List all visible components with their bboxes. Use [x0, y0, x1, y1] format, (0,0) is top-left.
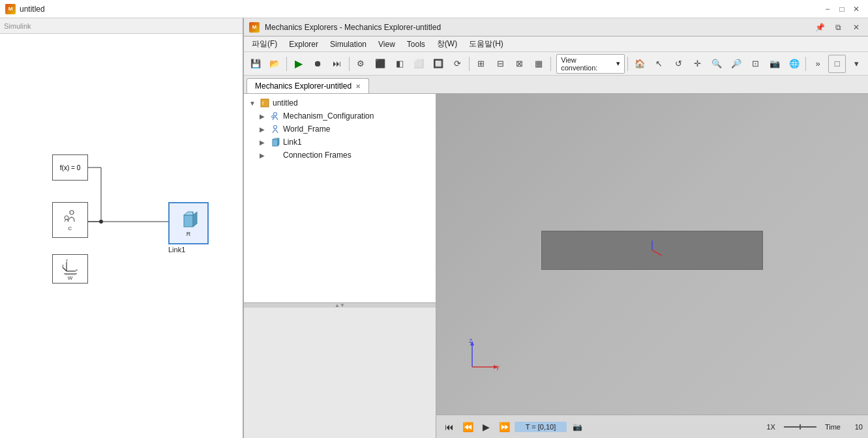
world-frame-block[interactable]: x z y W — [52, 254, 88, 284]
grid1-button[interactable]: ⊞ — [472, 55, 490, 73]
grid4-button[interactable]: ▦ — [530, 55, 548, 73]
save-as-button[interactable]: 📂 — [266, 55, 284, 73]
tree-item-connection-frames[interactable]: ▶ Connection Frames — [244, 149, 436, 162]
config-button[interactable]: ⚙ — [352, 55, 370, 73]
3d-object — [541, 231, 763, 270]
tree-expand-connection-frames[interactable]: ▶ — [260, 152, 267, 159]
svg-point-23 — [274, 126, 277, 129]
zoom-in-button[interactable]: 🔍 — [708, 55, 726, 73]
mech-close-btn[interactable]: ✕ — [850, 21, 863, 34]
menu-tools[interactable]: Tools — [402, 38, 430, 50]
viewport-btn[interactable]: □ — [828, 55, 846, 73]
toolbar-sep-1 — [286, 57, 287, 71]
svg-line-9 — [63, 267, 67, 271]
tree-expand-world-frame[interactable]: ▶ — [260, 126, 267, 133]
tree-expand-untitled[interactable]: ▼ — [249, 100, 257, 107]
menu-simulation[interactable]: Simulation — [325, 38, 372, 50]
zoom-out-button[interactable]: 🔎 — [727, 55, 745, 73]
eq-block[interactable]: f(x) = 0 — [52, 154, 88, 181]
save-button[interactable]: 💾 — [247, 55, 265, 73]
layout-btn[interactable]: ▾ — [847, 55, 865, 73]
speed-display: 1X — [766, 423, 775, 431]
rewind-button[interactable]: ⏮ — [441, 419, 457, 435]
svg-point-21 — [274, 113, 277, 116]
play-button[interactable]: ▶ — [290, 55, 308, 73]
tree-icon-untitled: f — [260, 98, 270, 108]
box-button[interactable]: ⬛ — [371, 55, 389, 73]
home-view-button[interactable]: 🏠 — [631, 55, 649, 73]
maximize-button[interactable]: □ — [835, 3, 848, 16]
select-button[interactable]: ↖ — [650, 55, 668, 73]
tree-bottom-panel — [244, 308, 436, 438]
svg-text:z: z — [66, 258, 68, 262]
svg-line-28 — [652, 250, 662, 256]
mech-config-icon — [63, 209, 78, 224]
minimize-button[interactable]: − — [821, 3, 834, 16]
viewport-3d[interactable]: Z y — [436, 94, 868, 415]
zoom-fit-button[interactable]: ⊡ — [747, 55, 765, 73]
mechanics-tab-close[interactable]: ✕ — [355, 83, 361, 90]
speed-slider[interactable] — [781, 422, 820, 432]
pan-button[interactable]: ✛ — [689, 55, 707, 73]
tree-section-resizer[interactable]: ▲▼ — [244, 302, 436, 308]
menu-file[interactable]: 파일(F) — [247, 37, 282, 51]
step-fwd-button[interactable]: ⏩ — [496, 419, 512, 435]
view-convention-chevron: ▾ — [616, 59, 620, 68]
simulink-panel: Simulink f(x) = 0 — [0, 18, 244, 438]
tree-icon-mechanism-config — [270, 111, 280, 121]
tree-item-link1[interactable]: ▶ Link1 — [244, 136, 436, 149]
rotate-button[interactable]: ↺ — [670, 55, 688, 73]
tree-item-world-frame[interactable]: ▶ World_Frame — [244, 123, 436, 136]
perspective-button[interactable]: 🔲 — [429, 55, 447, 73]
mech-undock-button[interactable]: ⧉ — [831, 21, 845, 34]
menu-view[interactable]: View — [373, 38, 400, 50]
mechanics-content: ▼ f untitled ▶ — [244, 94, 868, 438]
orbit-button[interactable]: ⟳ — [448, 55, 466, 73]
mechanics-explorer-logo: M — [249, 22, 260, 33]
tree-icon-link1 — [270, 137, 280, 147]
tree-item-untitled[interactable]: ▼ f untitled — [244, 96, 436, 110]
eq-block-label: f(x) = 0 — [60, 164, 80, 171]
tree-icon-world-frame — [270, 124, 280, 134]
tree-expand-mechanism-config[interactable]: ▶ — [260, 113, 267, 120]
tree-label-world-frame: World_Frame — [283, 124, 330, 134]
play-pause-button[interactable]: ▶ — [478, 419, 494, 435]
menu-help[interactable]: 도움말(H) — [464, 37, 509, 51]
link1-block[interactable]: R — [168, 202, 209, 244]
sphere-button[interactable]: 🌐 — [785, 55, 803, 73]
time-label: Time — [825, 423, 841, 431]
mechanics-tab[interactable]: Mechanics Explorer-untitled ✕ — [247, 78, 369, 93]
view-convention-label: View convention: — [561, 56, 614, 72]
svg-text:Z: Z — [469, 338, 473, 344]
menu-window[interactable]: 창(W) — [432, 37, 462, 51]
mech-pin-button[interactable]: 📌 — [813, 21, 826, 34]
mech-config-block[interactable]: C — [52, 202, 88, 238]
toolbar-sep-6 — [805, 57, 806, 71]
tree-item-mechanism-config[interactable]: ▶ Mechanism_Configuration — [244, 110, 436, 123]
step-button[interactable]: ⏭ — [328, 55, 346, 73]
menu-explorer[interactable]: Explorer — [284, 38, 323, 50]
grid2-button[interactable]: ⊟ — [492, 55, 510, 73]
step-back-button[interactable]: ⏪ — [460, 419, 475, 435]
toolbar-sep-2 — [349, 57, 350, 71]
close-button[interactable]: ✕ — [850, 3, 863, 16]
record-button[interactable]: ⏺ — [309, 55, 327, 73]
svg-point-5 — [70, 211, 74, 214]
time-value: 10 — [843, 423, 863, 431]
coordinate-axes: Z y — [462, 338, 501, 375]
view-convention-dropdown[interactable]: View convention: ▾ — [556, 54, 625, 74]
grid3-button[interactable]: ⊠ — [511, 55, 529, 73]
tree-content[interactable]: ▼ f untitled ▶ — [244, 94, 436, 302]
link1-label-below: Link1 — [168, 246, 185, 254]
mechanics-tab-label: Mechanics Explorer-untitled — [255, 81, 352, 91]
shaded-button[interactable]: ◧ — [391, 55, 409, 73]
coord-axes-svg: Z y — [462, 338, 501, 373]
more-button[interactable]: » — [809, 55, 827, 73]
viewport[interactable]: Z y ⏮ ⏪ ▶ ⏩ T = [0,10] 📷 — [436, 94, 868, 438]
svg-marker-18 — [193, 212, 197, 227]
wireframe-button[interactable]: ⬜ — [410, 55, 428, 73]
screenshot-button[interactable]: 📷 — [766, 55, 784, 73]
snapshot-button[interactable]: 📷 — [569, 419, 585, 435]
simulink-canvas[interactable]: f(x) = 0 C — [0, 34, 243, 438]
tree-expand-link1[interactable]: ▶ — [260, 139, 267, 146]
